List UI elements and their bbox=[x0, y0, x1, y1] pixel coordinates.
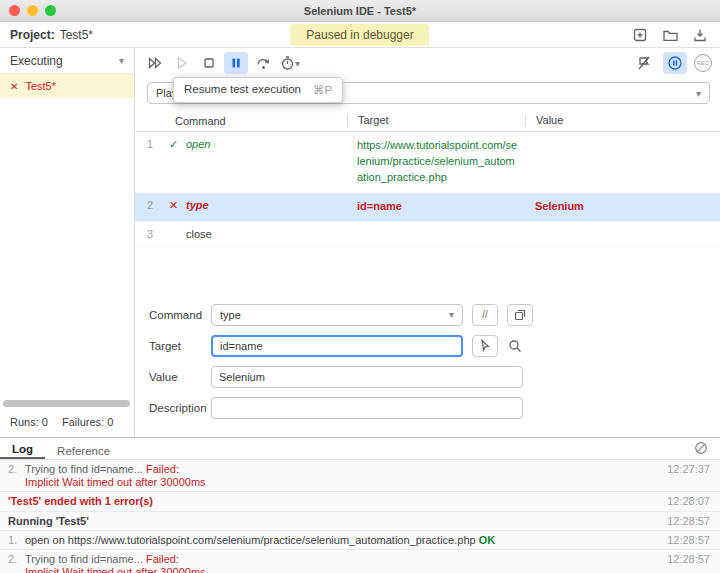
test-name: Test5* bbox=[25, 80, 56, 92]
step-over-button[interactable] bbox=[251, 52, 275, 74]
target-cell: https://www.tutorialspoint.com/selenium/… bbox=[347, 132, 525, 192]
command-cell: open bbox=[186, 138, 210, 150]
resume-execution-tooltip: Resume test execution ⌘P bbox=[173, 77, 343, 103]
log-entry: 1. open on https://www.tutorialspoint.co… bbox=[0, 531, 720, 550]
new-project-icon[interactable] bbox=[630, 25, 650, 45]
value-cell: Selenium bbox=[525, 193, 720, 221]
log-timestamp: 12:28:57 bbox=[667, 553, 710, 566]
test-speed-timer-button[interactable]: ▾ bbox=[278, 52, 302, 74]
description-field-label: Description bbox=[149, 402, 211, 414]
command-editor: Command type ▾ // Target bbox=[135, 295, 720, 428]
chevron-down-icon: ▾ bbox=[119, 55, 124, 66]
log-timestamp: 12:28:57 bbox=[667, 515, 710, 528]
paused-in-debugger-badge: Paused in debugger bbox=[290, 24, 429, 46]
disable-breakpoints-icon[interactable] bbox=[632, 52, 656, 74]
log-entry: 2. Trying to find id=name... Failed: Imp… bbox=[0, 460, 720, 492]
command-cell: type bbox=[186, 199, 209, 211]
find-target-icon[interactable] bbox=[504, 335, 526, 357]
column-header-value: Value bbox=[525, 114, 720, 127]
window-title: Selenium IDE - Test5* bbox=[304, 5, 416, 17]
table-header: Command Target Value bbox=[135, 110, 720, 132]
project-header: Project: Test5* Paused in debugger bbox=[0, 22, 720, 48]
log-timestamp: 12:28:57 bbox=[667, 534, 710, 547]
chevron-down-icon: ▾ bbox=[295, 58, 300, 69]
column-header-command: Command bbox=[135, 115, 347, 127]
failures-counter: Failures: 0 bbox=[62, 416, 113, 428]
open-reference-window-button[interactable] bbox=[507, 304, 533, 326]
pause-button[interactable] bbox=[224, 52, 248, 74]
maximize-window-button[interactable] bbox=[45, 5, 56, 16]
target-input[interactable] bbox=[211, 335, 463, 357]
clear-log-icon[interactable] bbox=[694, 441, 708, 455]
test-failed-icon: ✕ bbox=[10, 81, 18, 92]
save-project-icon[interactable] bbox=[690, 25, 710, 45]
log-entry: 2. Trying to find id=name... Failed: Imp… bbox=[0, 550, 720, 573]
project-name: Test5* bbox=[60, 28, 93, 42]
runs-counter: Runs: 0 bbox=[10, 416, 48, 428]
sidebar-item-test5[interactable]: ✕ Test5* bbox=[0, 74, 134, 98]
log-entry: 'Test5' ended with 1 error(s) 12:28:07 bbox=[0, 492, 720, 511]
playback-toolbar: ▾ bbox=[135, 48, 720, 78]
selenium-ide-window: Selenium IDE - Test5* Project: Test5* Pa… bbox=[0, 0, 720, 573]
executing-dropdown[interactable]: Executing ▾ bbox=[0, 48, 134, 74]
comment-toggle-button[interactable]: // bbox=[472, 304, 498, 326]
command-field-label: Command bbox=[149, 309, 211, 321]
run-all-tests-button[interactable] bbox=[143, 52, 167, 74]
tab-log[interactable]: Log bbox=[0, 440, 45, 459]
table-row[interactable]: 3 close bbox=[135, 222, 720, 247]
log-tabs: Log Reference bbox=[0, 438, 720, 460]
value-field-label: Value bbox=[149, 371, 211, 383]
log-timestamp: 12:27:37 bbox=[667, 463, 710, 476]
chevron-down-icon: ▾ bbox=[696, 88, 701, 99]
titlebar: Selenium IDE - Test5* bbox=[0, 0, 720, 22]
minimize-window-button[interactable] bbox=[27, 5, 38, 16]
target-field-label: Target bbox=[149, 340, 211, 352]
value-input[interactable] bbox=[211, 366, 523, 388]
command-select[interactable]: type ▾ bbox=[211, 304, 463, 326]
tests-sidebar: Executing ▾ ✕ Test5* Runs: 0 Failures: 0 bbox=[0, 48, 135, 437]
command-cell: close bbox=[186, 228, 212, 240]
target-cell: id=name bbox=[347, 193, 525, 221]
pause-on-exceptions-button[interactable] bbox=[663, 52, 687, 74]
command-passed-icon: ✓ bbox=[169, 138, 186, 151]
value-cell bbox=[525, 222, 720, 246]
main-panel: ▾ bbox=[135, 48, 720, 437]
horizontal-scrollbar[interactable] bbox=[3, 400, 130, 407]
close-window-button[interactable] bbox=[9, 5, 20, 16]
target-cell bbox=[347, 222, 525, 246]
column-header-target: Target bbox=[347, 114, 525, 127]
table-row[interactable]: 1 ✓ open https://www.tutorialspoint.com/… bbox=[135, 132, 720, 193]
stop-button[interactable] bbox=[197, 52, 221, 74]
tooltip-shortcut: ⌘P bbox=[313, 83, 332, 97]
open-project-folder-icon[interactable] bbox=[660, 25, 680, 45]
chevron-down-icon: ▾ bbox=[449, 309, 454, 320]
description-input[interactable] bbox=[211, 397, 523, 419]
run-current-test-button[interactable] bbox=[170, 52, 194, 74]
command-failed-icon: ✕ bbox=[169, 199, 186, 212]
table-row-selected[interactable]: 2 ✕ type id=name Selenium bbox=[135, 193, 720, 222]
log-timestamp: 12:28:07 bbox=[667, 495, 710, 508]
value-cell bbox=[525, 132, 720, 192]
project-label: Project: bbox=[10, 28, 55, 42]
log-panel: Log Reference 2. Trying to find id=name.… bbox=[0, 437, 720, 573]
record-button[interactable]: REC bbox=[694, 54, 712, 72]
select-target-in-page-button[interactable] bbox=[472, 335, 498, 357]
executing-label: Executing bbox=[10, 54, 63, 68]
tooltip-text: Resume test execution bbox=[184, 83, 301, 97]
tab-reference[interactable]: Reference bbox=[45, 442, 122, 459]
log-entry: Running 'Test5' 12:28:57 bbox=[0, 512, 720, 531]
log-entries: 2. Trying to find id=name... Failed: Imp… bbox=[0, 460, 720, 573]
